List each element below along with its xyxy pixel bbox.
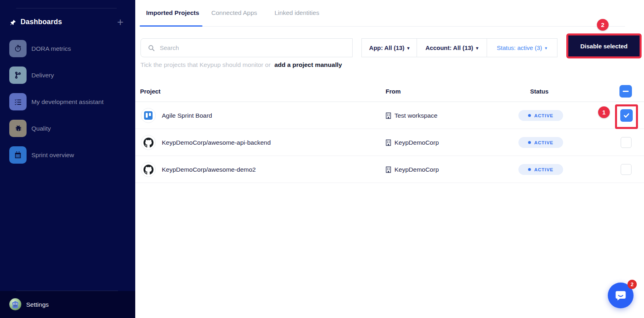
project-name[interactable]: KeypDemoCorp/awesome-demo2 xyxy=(162,156,256,183)
avatar[interactable] xyxy=(9,298,21,310)
tab-bar-border xyxy=(140,26,625,27)
sidebar-item-label: Sprint overview xyxy=(31,146,74,164)
filter-app-dropdown[interactable]: App: All (13) ▾ xyxy=(362,39,417,57)
sidebar-item-my-development-assistant[interactable]: My development assistant xyxy=(0,93,135,110)
minus-icon xyxy=(623,91,629,92)
sidebar-item-quality[interactable]: Quality xyxy=(0,120,135,137)
sidebar-item-delivery[interactable]: Delivery xyxy=(0,67,135,84)
row-checkbox[interactable] xyxy=(621,164,632,175)
filter-account-label: Account: All (13) xyxy=(425,44,473,51)
trello-icon xyxy=(141,108,156,123)
chat-bubble-icon xyxy=(614,289,627,302)
from-label: Test workspace xyxy=(394,112,438,119)
active-tab-underline xyxy=(140,25,202,27)
status-badge: ACTIVE xyxy=(518,164,563,175)
project-name[interactable]: KeypDemoCorp/awesome-api-backend xyxy=(162,129,271,156)
column-header-project: Project xyxy=(140,81,161,102)
sidebar-top-divider xyxy=(16,8,117,8)
stopwatch-icon xyxy=(9,40,27,57)
filter-status-label: Status: active (3) xyxy=(497,44,542,51)
project-from: Test workspace xyxy=(386,102,438,129)
sidebar-item-sprint-overview[interactable]: Sprint overview xyxy=(0,146,135,164)
dashboards-title: Dashboards xyxy=(21,18,62,26)
project-from: KeypDemoCorp xyxy=(386,156,439,183)
sidebar-footer: Settings xyxy=(0,291,135,318)
row-checkbox-checked[interactable] xyxy=(620,109,633,122)
column-header-from: From xyxy=(386,81,401,102)
add-project-manually-link[interactable]: add a project manually xyxy=(275,61,342,68)
chat-unread-badge: 2 xyxy=(627,280,637,289)
organization-icon xyxy=(386,139,391,146)
filter-group: App: All (13) ▾ Account: All (13) ▾ Stat… xyxy=(361,38,557,57)
table-row: KeypDemoCorp/awesome-demo2 KeypDemoCorp … xyxy=(135,156,644,183)
pin-icon xyxy=(10,19,17,27)
tab-connected-apps[interactable]: Connected Apps xyxy=(205,0,264,26)
status-label: ACTIVE xyxy=(534,113,553,118)
row-checkbox[interactable] xyxy=(621,137,632,148)
helper-muted-text: Tick the projects that Keypup should mon… xyxy=(140,61,270,68)
checklist-icon xyxy=(9,93,27,110)
organization-icon xyxy=(386,166,391,173)
tab-linked-identities[interactable]: Linked identities xyxy=(268,0,326,26)
git-branch-icon xyxy=(9,67,27,84)
tab-bar: Imported Projects Connected Apps Linked … xyxy=(135,0,644,27)
status-badge: ACTIVE xyxy=(518,137,563,148)
settings-link[interactable]: Settings xyxy=(26,291,49,318)
sidebar-item-label: My development assistant xyxy=(31,93,103,110)
status-badge: ACTIVE xyxy=(518,110,563,121)
column-header-status: Status xyxy=(530,81,549,102)
project-from: KeypDemoCorp xyxy=(386,129,439,156)
select-all-checkbox-indeterminate[interactable] xyxy=(619,85,632,98)
table-row: Agile Sprint Board Test workspace ACTIVE xyxy=(135,102,644,129)
sidebar: Dashboards + DORA metrics Delivery My xyxy=(0,0,135,318)
annotation-box-step-2: Disable selected xyxy=(566,33,642,58)
filter-account-dropdown[interactable]: Account: All (13) ▾ xyxy=(417,39,486,57)
disable-selected-button[interactable]: Disable selected xyxy=(568,35,640,56)
status-label: ACTIVE xyxy=(534,167,553,172)
chevron-down-icon: ▾ xyxy=(545,46,547,51)
chevron-down-icon: ▾ xyxy=(476,46,479,51)
table-header: Project From Status xyxy=(135,81,644,102)
from-label: KeypDemoCorp xyxy=(394,166,439,173)
sidebar-item-label: DORA metrics xyxy=(31,40,71,57)
github-icon xyxy=(141,135,156,150)
annotation-badge-step-2: 2 xyxy=(597,19,609,31)
sidebar-item-label: Delivery xyxy=(31,67,54,84)
add-dashboard-button[interactable]: + xyxy=(115,15,126,29)
status-dot-icon xyxy=(528,141,531,144)
helper-line: Tick the projects that Keypup should mon… xyxy=(140,61,342,69)
main-content: Imported Projects Connected Apps Linked … xyxy=(135,0,644,318)
status-dot-icon xyxy=(528,114,531,117)
search-icon xyxy=(148,44,155,52)
filter-status-dropdown[interactable]: Status: active (3) ▾ xyxy=(487,39,557,57)
sidebar-item-label: Quality xyxy=(31,120,51,137)
search-input[interactable] xyxy=(160,44,352,51)
annotation-badge-step-1: 1 xyxy=(598,106,610,118)
status-label: ACTIVE xyxy=(534,140,553,145)
github-icon xyxy=(141,162,156,177)
chevron-down-icon: ▾ xyxy=(407,46,410,51)
project-name[interactable]: Agile Sprint Board xyxy=(162,102,212,129)
sidebar-item-dora-metrics[interactable]: DORA metrics xyxy=(0,40,135,57)
organization-icon xyxy=(386,112,391,119)
status-dot-icon xyxy=(528,168,531,171)
tab-imported-projects[interactable]: Imported Projects xyxy=(140,0,206,26)
bug-icon xyxy=(9,120,27,137)
filter-app-label: App: All (13) xyxy=(369,44,405,51)
dashboards-header: Dashboards + xyxy=(0,15,135,30)
table-row: KeypDemoCorp/awesome-api-backend KeypDem… xyxy=(135,129,644,156)
app-window: Dashboards + DORA metrics Delivery My xyxy=(0,0,644,318)
search-box xyxy=(140,38,353,57)
calendar-icon xyxy=(9,146,27,164)
from-label: KeypDemoCorp xyxy=(394,139,439,146)
